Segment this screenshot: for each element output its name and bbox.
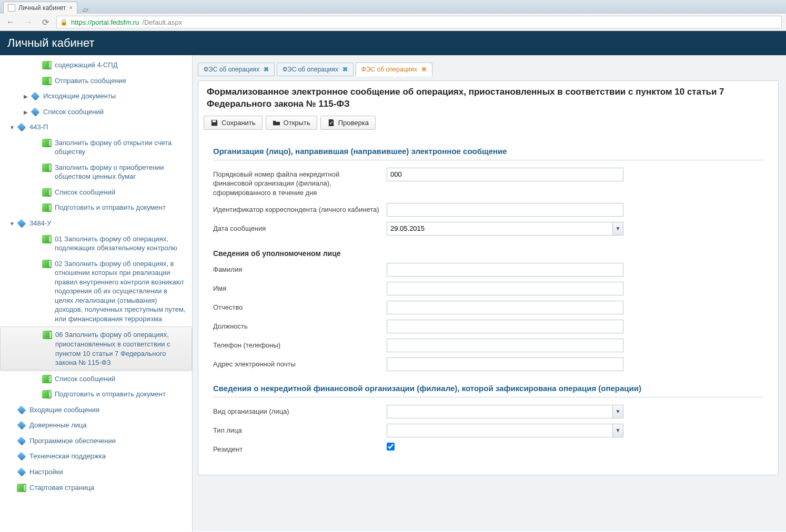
sidebar-item[interactable]: ▶02 Заполнить форму об операциях, в отно… — [0, 256, 192, 327]
chevron-down-icon[interactable]: ▼ — [612, 405, 623, 418]
sidebar-item-label: содержащий 4-СПД — [55, 60, 189, 70]
form-row: Резидент — [213, 443, 763, 454]
form-area: Организация (лицо), направившая (направи… — [198, 135, 778, 475]
combo-input[interactable] — [387, 222, 612, 236]
save-button[interactable]: Сохранить — [204, 116, 263, 130]
sidebar-item-label: Подготовить и отправить документ — [55, 203, 189, 212]
field-label: Фамилия — [213, 263, 387, 274]
sidebar-item[interactable]: ▶Исходящие документы — [0, 88, 192, 104]
open-label: Открыть — [284, 119, 310, 127]
tree-toggle-icon[interactable]: ▶ — [21, 91, 31, 100]
sidebar-item[interactable]: ▶Отправить сообщение — [0, 73, 192, 89]
content-area[interactable]: ФЭС об операциях✖ФЭС об операциях✖ФЭС об… — [193, 55, 786, 531]
open-button[interactable]: Открыть — [266, 116, 317, 130]
browser-tab-strip: Личный кабинет × ▱ — [0, 0, 786, 14]
sidebar-item[interactable]: ▶01 Заполнить форму об операциях, подлеж… — [0, 231, 192, 256]
chevron-down-icon[interactable]: ▼ — [612, 424, 623, 437]
field-control — [387, 263, 623, 277]
document-tab[interactable]: ФЭС об операциях✖ — [356, 63, 432, 76]
book-icon — [43, 331, 52, 339]
tree-toggle-icon[interactable]: ▼ — [7, 122, 17, 131]
text-input[interactable] — [387, 301, 623, 314]
reload-button[interactable]: ⟳ — [40, 16, 51, 28]
sidebar-item[interactable]: ▼443-П — [0, 119, 192, 135]
sidebar-item-label: 443-П — [29, 122, 189, 132]
combo-box[interactable]: ▼ — [387, 405, 623, 418]
sidebar-item[interactable]: ▶06 Заполнить форму об операциях, приост… — [0, 326, 192, 371]
combo-box[interactable]: ▼ — [387, 424, 623, 437]
tree-toggle-icon[interactable]: ▼ — [7, 219, 17, 228]
url-path-part: /Default.aspx — [142, 18, 182, 26]
book-icon — [42, 77, 52, 85]
page-favicon-icon — [8, 4, 15, 12]
form-row: Отчество — [213, 301, 763, 314]
forward-button[interactable]: → — [22, 16, 35, 28]
form-row: Имя — [213, 282, 763, 295]
sidebar-item[interactable]: ▶Техническая поддержка — [0, 448, 192, 464]
combo-input[interactable] — [387, 424, 612, 437]
form-row: Дата сообщения▼ — [213, 222, 763, 236]
document-panel: Формализованное электронное сообщение об… — [198, 80, 779, 475]
text-input[interactable] — [387, 203, 623, 217]
sidebar-item-label: Список сообщений — [43, 107, 189, 117]
sidebar-item-label: 02 Заполнить форму об операциях, в отнош… — [55, 259, 189, 324]
sidebar-item[interactable]: ▶Список сообщений — [0, 185, 192, 200]
close-tab-icon[interactable]: ✖ — [421, 66, 427, 73]
address-bar[interactable]: 🔒 https://portal.fedsfm.ru/Default.aspx — [56, 16, 782, 28]
combo-box[interactable]: ▼ — [387, 222, 623, 236]
field-label: Имя — [213, 282, 387, 293]
book-icon — [42, 260, 52, 268]
sidebar-item[interactable]: ▶Входящие сообщения — [0, 402, 192, 418]
back-button[interactable]: ← — [4, 16, 17, 28]
diamond-icon — [31, 107, 40, 116]
text-input[interactable] — [387, 168, 623, 181]
combo-input[interactable] — [387, 405, 612, 418]
book-icon — [17, 484, 26, 492]
document-tab[interactable]: ФЭС об операциях✖ — [198, 63, 275, 76]
field-label: Тип лица — [213, 424, 387, 435]
url-secure-part: https://portal.fedsfm.ru — [71, 18, 139, 26]
sidebar-item[interactable]: ▼3484-У — [0, 216, 192, 231]
diamond-icon — [17, 219, 26, 228]
text-input[interactable] — [387, 357, 623, 371]
field-label: Адрес электронной почты — [213, 357, 387, 369]
sidebar-item[interactable]: ▶Список сообщений — [0, 104, 192, 120]
field-control — [387, 357, 623, 371]
browser-tab[interactable]: Личный кабинет × — [3, 2, 77, 14]
browser-tab-title: Личный кабинет — [18, 4, 66, 12]
close-tab-icon[interactable]: ✖ — [264, 66, 269, 73]
field-label: Должность — [213, 320, 387, 331]
sidebar-item[interactable]: ▶Список сообщений — [0, 371, 192, 387]
sidebar-item[interactable]: ▶Программное обеспечение — [0, 433, 192, 449]
sidebar-item-label: Заполнить форму о приобретении обществом… — [55, 163, 189, 181]
text-input[interactable] — [387, 339, 623, 352]
sidebar-item[interactable]: ▶Заполнить форму о приобретении общество… — [0, 160, 192, 185]
field-control — [387, 282, 623, 295]
check-button[interactable]: Проверка — [320, 116, 376, 130]
sidebar-item[interactable]: ▶Подготовить и отправить документ — [0, 386, 192, 402]
document-tab[interactable]: ФЭС об операциях✖ — [277, 63, 354, 76]
chevron-down-icon[interactable]: ▼ — [612, 222, 623, 236]
sidebar-item-label: Исходящие документы — [43, 91, 189, 101]
sidebar-item-label: Заполнить форму об открытии счета общест… — [55, 138, 189, 157]
field-label: Идентификатор корреспондента (личного ка… — [213, 203, 387, 214]
checkbox-input[interactable] — [387, 443, 395, 451]
close-tab-icon[interactable]: ✖ — [342, 66, 348, 73]
sidebar-item-label: Программное обеспечение — [29, 436, 189, 446]
book-icon — [42, 139, 52, 147]
sidebar-item[interactable]: ▶содержащий 4-СПД — [0, 57, 192, 73]
sidebar-item[interactable]: ▶Подготовить и отправить документ — [0, 200, 192, 216]
text-input[interactable] — [387, 320, 623, 333]
sidebar-item[interactable]: ▶Доверенные лица — [0, 417, 192, 433]
sidebar[interactable]: ▶содержащий 4-СПД▶Отправить сообщение▶Ис… — [0, 55, 193, 531]
text-input[interactable] — [387, 282, 623, 295]
sidebar-item[interactable]: ▶Стартовая страница — [0, 480, 192, 496]
sidebar-item[interactable]: ▶Заполнить форму об открытии счета общес… — [0, 135, 192, 160]
document-tab-label: ФЭС об операциях — [361, 66, 417, 73]
sidebar-item[interactable]: ▶Настройки — [0, 464, 192, 480]
close-tab-icon[interactable]: × — [69, 4, 73, 12]
text-input[interactable] — [387, 263, 623, 277]
new-tab-button[interactable]: ▱ — [80, 5, 90, 14]
tree-toggle-icon[interactable]: ▶ — [21, 107, 31, 116]
browser-toolbar: ← → ⟳ 🔒 https://portal.fedsfm.ru/Default… — [0, 14, 786, 30]
